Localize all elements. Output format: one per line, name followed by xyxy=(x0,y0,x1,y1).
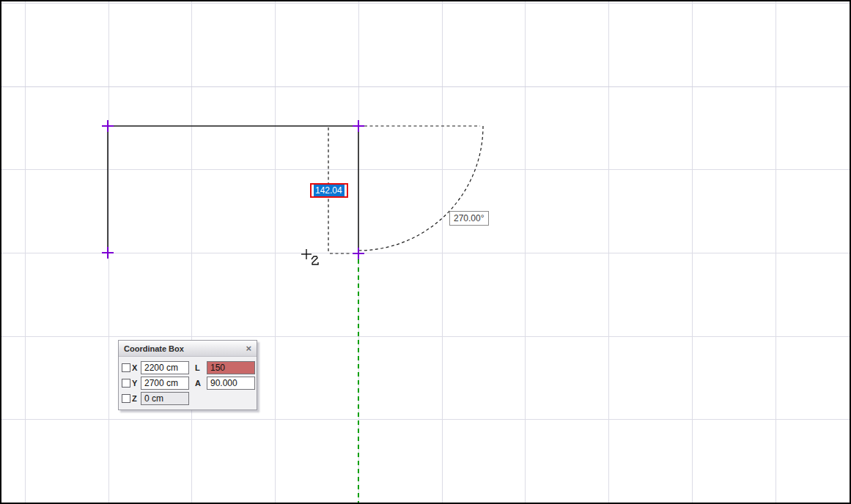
palette-titlebar[interactable]: Coordinate Box × xyxy=(119,341,257,357)
x-value-field[interactable]: 2200 cm xyxy=(141,361,189,374)
x-checkbox[interactable] xyxy=(122,363,130,372)
hotspot-top-right xyxy=(353,120,364,132)
length-edit-input[interactable]: 142.04 xyxy=(310,183,348,198)
y-label: Y xyxy=(130,379,141,388)
angle-arc xyxy=(358,126,483,251)
z-checkbox[interactable] xyxy=(122,394,130,403)
length-value-field[interactable]: 150 xyxy=(207,361,255,374)
drawing-window: 142.04 270.00° Coordinate Box × X 2200 c… xyxy=(0,0,851,504)
angle-readout-text: 270.00° xyxy=(454,213,485,223)
z-label: Z xyxy=(130,394,141,403)
cursor-mode-glyph xyxy=(312,256,318,264)
z-value-field[interactable]: 0 cm xyxy=(141,392,189,405)
length-edit-selected-text: 142.04 xyxy=(314,185,345,196)
coordinate-row-y: Y 2700 cm A 90.000 xyxy=(122,375,254,390)
angle-readout: 270.00° xyxy=(449,211,489,226)
angle-value-field[interactable]: 90.000 xyxy=(207,377,255,390)
grid-lines xyxy=(1,1,850,503)
palette-title: Coordinate Box xyxy=(124,344,245,353)
x-label: X xyxy=(130,363,141,372)
palette-body: X 2200 cm L 150 Y 2700 cm A 90.000 Z 0 c… xyxy=(119,357,257,410)
crosshair-cursor xyxy=(301,249,318,264)
palette-close-button[interactable]: × xyxy=(245,344,252,353)
drawing-canvas[interactable] xyxy=(1,1,850,503)
hotspot-bottom-right xyxy=(353,248,364,259)
coordinate-row-x: X 2200 cm L 150 xyxy=(122,360,254,375)
angle-label: A xyxy=(195,379,205,388)
coordinate-box-palette: Coordinate Box × X 2200 cm L 150 Y 2700 … xyxy=(118,340,257,410)
length-label: L xyxy=(195,363,205,372)
angle-guide xyxy=(358,126,483,251)
coordinate-row-z: Z 0 cm xyxy=(122,390,254,406)
hotspot-top-left xyxy=(102,120,114,132)
y-value-field[interactable]: 2700 cm xyxy=(141,377,189,390)
y-checkbox[interactable] xyxy=(122,379,130,388)
hotspot-bottom-left xyxy=(102,247,114,259)
